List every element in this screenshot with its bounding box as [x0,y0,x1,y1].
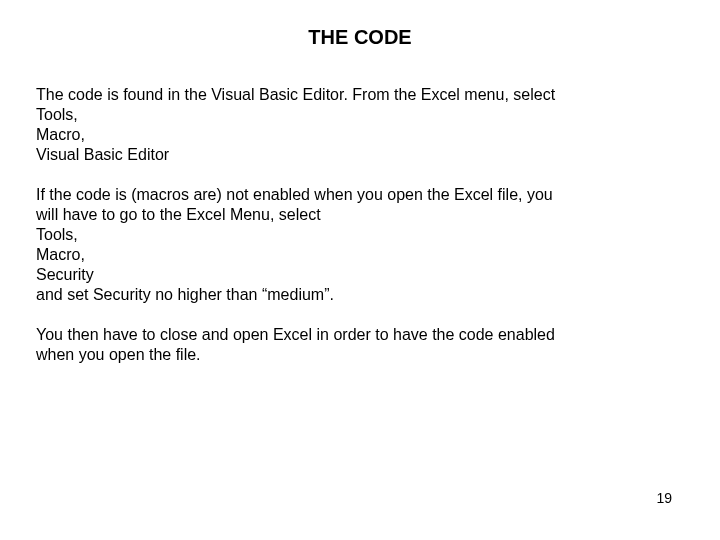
text-line: If the code is (macros are) not enabled … [36,185,684,205]
paragraph-3: You then have to close and open Excel in… [36,325,684,365]
paragraph-2: If the code is (macros are) not enabled … [36,185,684,305]
text-line: Tools, [36,225,684,245]
paragraph-1: The code is found in the Visual Basic Ed… [36,85,684,165]
text-line: will have to go to the Excel Menu, selec… [36,205,684,225]
text-line: Macro, [36,125,684,145]
text-line: Visual Basic Editor [36,145,684,165]
text-line: You then have to close and open Excel in… [36,325,684,345]
text-line: when you open the file. [36,345,684,365]
text-line: The code is found in the Visual Basic Ed… [36,85,684,105]
text-line: Tools, [36,105,684,125]
page: THE CODE The code is found in the Visual… [0,0,720,540]
page-number: 19 [656,490,672,506]
page-title: THE CODE [36,26,684,49]
text-line: Security [36,265,684,285]
text-line: Macro, [36,245,684,265]
text-line: and set Security no higher than “medium”… [36,285,684,305]
